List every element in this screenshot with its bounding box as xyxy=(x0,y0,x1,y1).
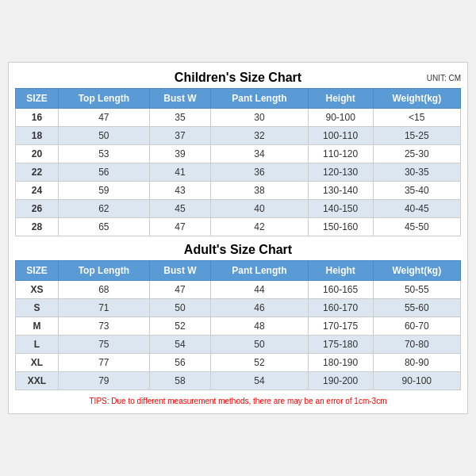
table-cell: 40 xyxy=(211,200,308,218)
table-cell: 30-35 xyxy=(373,163,460,182)
adults-title-row: Adult's Size Chart xyxy=(15,243,461,257)
table-cell: 62 xyxy=(59,200,150,218)
table-cell: 36 xyxy=(211,163,308,182)
children-title-row: Children's Size Chart UNIT: CM xyxy=(15,71,461,85)
table-cell: S xyxy=(16,299,59,317)
table-cell: 56 xyxy=(149,354,211,372)
table-row: 26624540140-15040-45 xyxy=(16,200,461,218)
table-cell: 58 xyxy=(149,372,211,390)
size-chart-container: Children's Size Chart UNIT: CM SIZE Top … xyxy=(8,62,468,414)
table-cell: 47 xyxy=(59,109,150,127)
table-row: 1647353090-100<15 xyxy=(16,109,461,127)
table-cell: 43 xyxy=(149,182,211,200)
table-cell: XS xyxy=(16,281,59,299)
table-cell: 41 xyxy=(149,163,211,182)
table-cell: 100-110 xyxy=(308,127,373,145)
table-cell: 45 xyxy=(149,200,211,218)
children-col-pant-length: Pant Length xyxy=(211,89,308,109)
table-cell: 160-165 xyxy=(308,281,373,299)
adults-header-row: SIZE Top Length Bust W Pant Length Heigh… xyxy=(16,261,461,281)
table-cell: 68 xyxy=(59,281,150,299)
table-cell: 34 xyxy=(211,145,308,163)
table-cell: 56 xyxy=(59,163,150,182)
table-cell: 28 xyxy=(16,218,59,236)
table-cell: 120-130 xyxy=(308,163,373,182)
table-cell: L xyxy=(16,336,59,354)
children-col-weight: Weight(kg) xyxy=(373,89,460,109)
table-cell: 150-160 xyxy=(308,218,373,236)
table-cell: 140-150 xyxy=(308,200,373,218)
table-cell: 160-170 xyxy=(308,299,373,317)
table-cell: 73 xyxy=(59,317,150,336)
children-col-bust-w: Bust W xyxy=(149,89,211,109)
table-cell: 79 xyxy=(59,372,150,390)
table-cell: 39 xyxy=(149,145,211,163)
table-cell: 18 xyxy=(16,127,59,145)
table-cell: 55-60 xyxy=(373,299,460,317)
table-cell: 59 xyxy=(59,182,150,200)
adults-size-table: SIZE Top Length Bust W Pant Length Heigh… xyxy=(15,260,461,390)
table-cell: 52 xyxy=(211,354,308,372)
children-col-height: Height xyxy=(308,89,373,109)
adults-col-size: SIZE xyxy=(16,261,59,281)
table-cell: 16 xyxy=(16,109,59,127)
table-cell: 48 xyxy=(211,317,308,336)
table-row: 18503732100-11015-25 xyxy=(16,127,461,145)
children-table-header: SIZE Top Length Bust W Pant Length Heigh… xyxy=(16,89,461,109)
table-cell: 37 xyxy=(149,127,211,145)
table-cell: 75 xyxy=(59,336,150,354)
children-col-top-length: Top Length xyxy=(59,89,150,109)
table-row: 20533934110-12025-30 xyxy=(16,145,461,163)
table-cell: 22 xyxy=(16,163,59,182)
table-cell: 38 xyxy=(211,182,308,200)
table-cell: 50 xyxy=(59,127,150,145)
table-cell: 170-175 xyxy=(308,317,373,336)
table-cell: 60-70 xyxy=(373,317,460,336)
adults-col-top-length: Top Length xyxy=(59,261,150,281)
table-cell: 90-100 xyxy=(373,372,460,390)
table-cell: 50-55 xyxy=(373,281,460,299)
table-row: XL775652180-19080-90 xyxy=(16,354,461,372)
table-cell: 54 xyxy=(149,336,211,354)
table-cell: 80-90 xyxy=(373,354,460,372)
table-cell: 52 xyxy=(149,317,211,336)
adults-table-header: SIZE Top Length Bust W Pant Length Heigh… xyxy=(16,261,461,281)
table-cell: 44 xyxy=(211,281,308,299)
unit-label: UNIT: CM xyxy=(427,74,461,83)
table-row: XXL795854190-20090-100 xyxy=(16,372,461,390)
table-cell: 20 xyxy=(16,145,59,163)
table-cell: 45-50 xyxy=(373,218,460,236)
children-table-body: 1647353090-100<1518503732100-11015-25205… xyxy=(16,109,461,236)
table-cell: 24 xyxy=(16,182,59,200)
table-cell: XL xyxy=(16,354,59,372)
table-cell: 130-140 xyxy=(308,182,373,200)
children-col-size: SIZE xyxy=(16,89,59,109)
adults-col-weight: Weight(kg) xyxy=(373,261,460,281)
table-row: 28654742150-16045-50 xyxy=(16,218,461,236)
table-cell: 15-25 xyxy=(373,127,460,145)
table-cell: 71 xyxy=(59,299,150,317)
adults-col-bust-w: Bust W xyxy=(149,261,211,281)
table-cell: 90-100 xyxy=(308,109,373,127)
table-cell: 70-80 xyxy=(373,336,460,354)
table-row: M735248170-17560-70 xyxy=(16,317,461,336)
table-cell: 175-180 xyxy=(308,336,373,354)
table-cell: M xyxy=(16,317,59,336)
adults-col-height: Height xyxy=(308,261,373,281)
table-cell: 77 xyxy=(59,354,150,372)
table-cell: 25-30 xyxy=(373,145,460,163)
children-section-title: Children's Size Chart xyxy=(175,71,301,85)
table-cell: 46 xyxy=(211,299,308,317)
table-cell: 47 xyxy=(149,281,211,299)
table-cell: 50 xyxy=(149,299,211,317)
table-cell: 50 xyxy=(211,336,308,354)
table-cell: 35 xyxy=(149,109,211,127)
table-row: S715046160-17055-60 xyxy=(16,299,461,317)
table-cell: XXL xyxy=(16,372,59,390)
table-cell: 47 xyxy=(149,218,211,236)
table-cell: 30 xyxy=(211,109,308,127)
table-cell: 53 xyxy=(59,145,150,163)
table-cell: 40-45 xyxy=(373,200,460,218)
table-row: L755450175-18070-80 xyxy=(16,336,461,354)
table-cell: 110-120 xyxy=(308,145,373,163)
